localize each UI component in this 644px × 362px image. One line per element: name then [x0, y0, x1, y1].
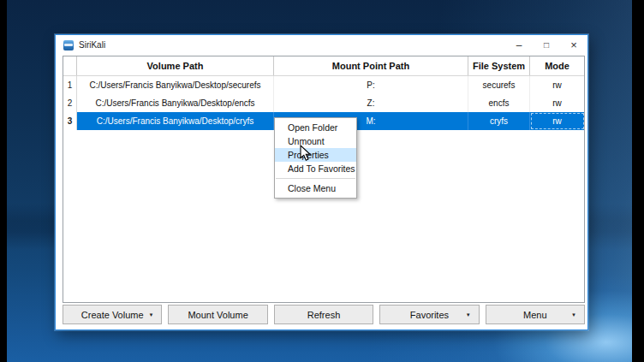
volume-path-cell: C:/Users/Francis Banyikwa/Desktop/encfs [77, 94, 274, 112]
create-volume-button[interactable]: Create Volume ▼ [63, 305, 162, 324]
mount-volume-button[interactable]: Mount Volume [168, 305, 267, 324]
bottom-toolbar: Create Volume ▼ Mount Volume Refresh Fav… [63, 305, 585, 324]
button-label: Menu [523, 310, 547, 320]
app-icon [63, 40, 74, 50]
close-button[interactable]: × [560, 35, 587, 55]
file-system-cell: encfs [468, 94, 530, 112]
file-system-cell: securefs [468, 76, 530, 94]
screen: SiriKali – □ × Volume Path Mount Point P… [0, 0, 644, 362]
menu-separator [276, 178, 355, 179]
header-volume-path[interactable]: Volume Path [77, 56, 274, 75]
button-label: Favorites [410, 310, 449, 320]
menu-item-unmount[interactable]: Unmount [275, 134, 356, 148]
file-system-cell: cryfs [468, 112, 530, 130]
title-bar[interactable]: SiriKali – □ × [56, 35, 587, 55]
minimize-button[interactable]: – [505, 35, 533, 55]
window-controls: – □ × [505, 35, 587, 55]
mode-cell: rw [530, 94, 585, 112]
row-number: 3 [63, 112, 77, 130]
row-number: 1 [63, 76, 77, 94]
table-header-row: Volume Path Mount Point Path File System… [63, 56, 584, 76]
refresh-button[interactable]: Refresh [274, 305, 373, 324]
dropdown-arrow-icon: ▼ [148, 312, 153, 317]
button-label: Refresh [307, 310, 341, 320]
button-label: Mount Volume [188, 310, 247, 320]
context-menu: Open Folder Unmount Properties Add To Fa… [274, 117, 357, 199]
mount-point-cell: P: [274, 76, 468, 94]
button-label: Create Volume [81, 310, 144, 320]
mount-point-cell: Z: [274, 94, 468, 112]
menu-item-add-to-favorites[interactable]: Add To Favorites [275, 162, 356, 175]
volume-path-cell: C:/Users/Francis Banyikwa/Desktop/cryfs [77, 112, 274, 130]
corner-header [63, 56, 77, 75]
volume-path-cell: C:/Users/Francis Banyikwa/Desktop/secure… [77, 76, 274, 94]
mode-cell: rw [530, 76, 585, 94]
menu-item-properties[interactable]: Properties [275, 148, 356, 162]
header-mode[interactable]: Mode [530, 56, 585, 75]
favorites-button[interactable]: Favorites ▼ [379, 305, 479, 324]
menu-item-close-menu[interactable]: Close Menu [275, 181, 356, 195]
header-mount-point-path[interactable]: Mount Point Path [274, 56, 468, 75]
mode-cell: rw [530, 112, 585, 130]
menu-item-open-folder[interactable]: Open Folder [275, 121, 356, 134]
maximize-button[interactable]: □ [533, 35, 560, 55]
dropdown-arrow-icon: ▼ [466, 312, 471, 317]
row-number: 2 [63, 94, 77, 112]
window-title: SiriKali [79, 40, 105, 50]
table-row-2[interactable]: 2 C:/Users/Francis Banyikwa/Desktop/encf… [63, 94, 584, 112]
header-file-system[interactable]: File System [468, 56, 530, 75]
menu-button[interactable]: Menu ▼ [486, 305, 585, 324]
table-row-1[interactable]: 1 C:/Users/Francis Banyikwa/Desktop/secu… [63, 76, 584, 94]
dropdown-arrow-icon: ▼ [571, 312, 576, 317]
